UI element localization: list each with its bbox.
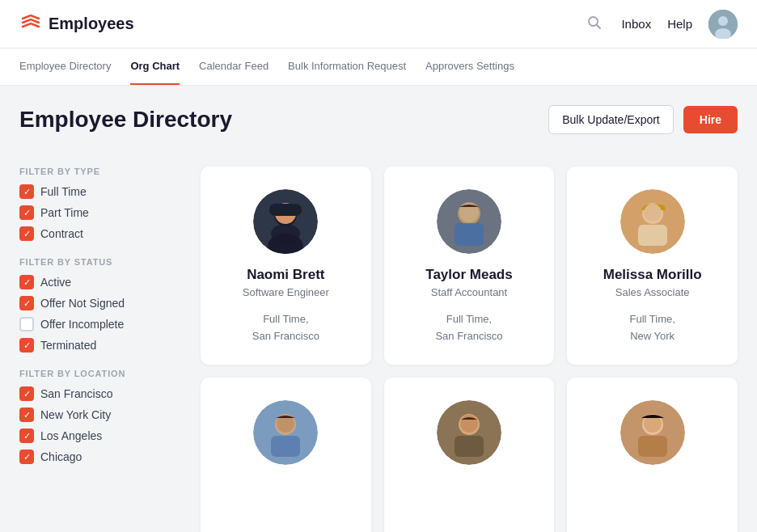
employee-name-naomi-brett: Naomi Brett xyxy=(247,267,324,283)
filter-offer-incomplete-label: Offer Incomplete xyxy=(40,318,124,331)
filter-offer-incomplete[interactable]: Offer Incomplete xyxy=(19,317,181,331)
filter-terminated-label: Terminated xyxy=(40,339,96,352)
sidebar: FILTER BY TYPE ✓ Full Time ✓ Part Time ✓… xyxy=(19,167,181,532)
checkbox-san-francisco[interactable]: ✓ xyxy=(19,386,34,401)
app-logo[interactable]: Employees xyxy=(19,13,134,36)
employee-card-4[interactable] xyxy=(201,378,371,532)
filter-contract[interactable]: ✓ Contract xyxy=(19,226,181,241)
filter-part-time[interactable]: ✓ Part Time xyxy=(19,205,181,220)
tab-calendar-feed[interactable]: Calendar Feed xyxy=(199,49,269,85)
checkbox-contract[interactable]: ✓ xyxy=(19,226,34,241)
filter-type-title: FILTER BY TYPE xyxy=(19,167,181,176)
avatar-taylor-meads xyxy=(437,189,501,254)
user-avatar[interactable] xyxy=(708,10,738,39)
page-header-actions: Bulk Update/Export Hire xyxy=(548,105,738,134)
svg-rect-21 xyxy=(271,436,300,457)
avatar-employee-5 xyxy=(437,400,501,465)
employee-name-taylor-meads: Taylor Meads xyxy=(425,267,512,283)
employee-name-melissa-morillo: Melissa Morillo xyxy=(603,267,702,283)
filter-offer-not-signed-label: Offer Not Signed xyxy=(40,297,125,310)
logo-icon xyxy=(19,13,42,36)
employee-details-melissa-morillo: Full Time, New York xyxy=(629,311,675,345)
filter-full-time-label: Full Time xyxy=(40,185,87,198)
svg-rect-17 xyxy=(638,225,667,246)
svg-rect-29 xyxy=(638,436,667,457)
checkbox-offer-incomplete[interactable] xyxy=(19,317,34,331)
filter-active[interactable]: ✓ Active xyxy=(19,275,181,289)
employee-details-naomi-brett: Full Time, San Francisco xyxy=(252,311,319,345)
svg-rect-13 xyxy=(455,223,484,246)
filter-new-york-city[interactable]: ✓ New York City xyxy=(19,407,181,422)
search-icon xyxy=(587,15,602,30)
employee-role-melissa-morillo: Sales Associate xyxy=(615,286,690,298)
employee-card-melissa-morillo[interactable]: Melissa Morillo Sales Associate Full Tim… xyxy=(567,167,738,365)
filter-chicago[interactable]: ✓ Chicago xyxy=(19,450,181,464)
filter-offer-not-signed[interactable]: ✓ Offer Not Signed xyxy=(19,296,181,310)
checkbox-terminated[interactable]: ✓ xyxy=(19,338,34,353)
hire-button[interactable]: Hire xyxy=(683,106,738,133)
header: Employees Inbox Help xyxy=(0,0,757,49)
svg-point-8 xyxy=(271,224,300,243)
app-title: Employees xyxy=(49,15,134,33)
checkbox-los-angeles[interactable]: ✓ xyxy=(19,429,34,443)
filter-contract-label: Contract xyxy=(40,227,83,240)
filter-type-section: FILTER BY TYPE ✓ Full Time ✓ Part Time ✓… xyxy=(19,167,181,241)
employee-card-naomi-brett[interactable]: Naomi Brett Software Engineer Full Time,… xyxy=(201,167,371,365)
svg-rect-10 xyxy=(269,204,302,216)
employee-role-naomi-brett: Software Engineer xyxy=(243,286,329,298)
employee-role-taylor-meads: Staff Accountant xyxy=(431,286,507,298)
filter-active-label: Active xyxy=(40,276,71,289)
page-title: Employee Directory xyxy=(19,107,232,133)
employee-card-6[interactable] xyxy=(567,378,738,532)
page-header: Employee Directory Bulk Update/Export Hi… xyxy=(0,86,757,147)
tab-bulk-information-request[interactable]: Bulk Information Request xyxy=(288,49,406,85)
tab-approvers-settings[interactable]: Approvers Settings xyxy=(425,49,514,85)
svg-point-18 xyxy=(644,204,662,222)
avatar-melissa-morillo xyxy=(620,189,685,254)
svg-point-0 xyxy=(589,17,598,26)
filter-new-york-city-label: New York City xyxy=(40,408,111,421)
search-button[interactable] xyxy=(584,12,605,36)
filter-terminated[interactable]: ✓ Terminated xyxy=(19,338,181,353)
employee-card-5[interactable] xyxy=(384,378,555,532)
checkbox-chicago[interactable]: ✓ xyxy=(19,450,34,464)
employee-cards-grid: Naomi Brett Software Engineer Full Time,… xyxy=(201,167,738,532)
filter-location-section: FILTER BY LOCATION ✓ San Francisco ✓ New… xyxy=(19,369,181,464)
inbox-button[interactable]: Inbox xyxy=(621,17,651,31)
main-content: FILTER BY TYPE ✓ Full Time ✓ Part Time ✓… xyxy=(0,147,757,532)
svg-rect-25 xyxy=(455,436,484,457)
nav-tabs: Employee Directory Org Chart Calendar Fe… xyxy=(0,49,757,86)
filter-part-time-label: Part Time xyxy=(40,206,89,219)
tab-org-chart[interactable]: Org Chart xyxy=(130,49,180,85)
avatar-employee-6 xyxy=(620,400,685,465)
header-actions: Inbox Help xyxy=(584,10,738,39)
checkbox-part-time[interactable]: ✓ xyxy=(19,205,34,220)
bulk-update-export-button[interactable]: Bulk Update/Export xyxy=(548,105,674,134)
filter-status-title: FILTER BY STATUS xyxy=(19,257,181,267)
checkbox-active[interactable]: ✓ xyxy=(19,275,34,289)
filter-san-francisco[interactable]: ✓ San Francisco xyxy=(19,386,181,401)
svg-point-2 xyxy=(718,16,728,26)
filter-full-time[interactable]: ✓ Full Time xyxy=(19,184,181,199)
tab-employee-directory[interactable]: Employee Directory xyxy=(19,49,111,85)
avatar-employee-4 xyxy=(253,400,318,465)
employee-card-taylor-meads[interactable]: Taylor Meads Staff Accountant Full Time,… xyxy=(384,167,555,365)
checkbox-new-york-city[interactable]: ✓ xyxy=(19,407,34,422)
checkbox-offer-not-signed[interactable]: ✓ xyxy=(19,296,34,310)
filter-location-title: FILTER BY LOCATION xyxy=(19,369,181,378)
help-button[interactable]: Help xyxy=(667,17,692,31)
filter-los-angeles-label: Los Angeles xyxy=(40,429,102,442)
checkbox-full-time[interactable]: ✓ xyxy=(19,184,34,199)
filter-chicago-label: Chicago xyxy=(40,450,82,463)
filter-status-section: FILTER BY STATUS ✓ Active ✓ Offer Not Si… xyxy=(19,257,181,353)
avatar-naomi-brett xyxy=(253,189,318,254)
employee-details-taylor-meads: Full Time, San Francisco xyxy=(435,311,502,345)
avatar-image xyxy=(708,10,738,39)
filter-san-francisco-label: San Francisco xyxy=(40,387,112,400)
filter-los-angeles[interactable]: ✓ Los Angeles xyxy=(19,429,181,443)
